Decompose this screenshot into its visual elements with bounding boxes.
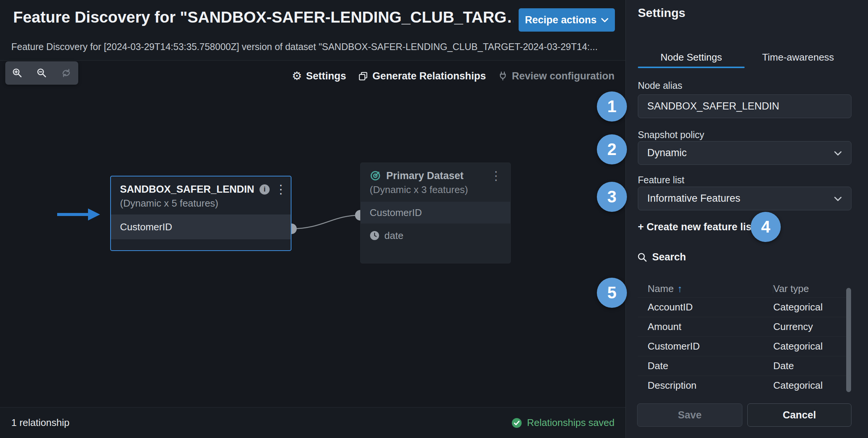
node-alias-label: Node alias — [638, 80, 851, 91]
primary-dataset-target-icon — [370, 170, 381, 181]
dataset-node-secondary[interactable]: SANDBOX_SAFER_LENDIN i ⋮ (Dynamic x 5 fe… — [110, 176, 291, 251]
page-title: Feature Discovery for "SANDBOX-SAFER-LEN… — [13, 8, 513, 26]
table-row[interactable]: CustomerID Categorical — [638, 336, 851, 356]
search-icon — [637, 252, 648, 263]
annotation-badge-5: 5 — [597, 278, 627, 308]
reset-layout-icon — [61, 67, 72, 79]
node-title: Primary Dataset — [386, 170, 464, 182]
generate-relationships-icon — [358, 71, 368, 81]
search-label: Search — [652, 251, 686, 263]
plug-icon — [498, 71, 508, 81]
feature-list-select[interactable]: Informative Features — [638, 187, 851, 210]
menu-item-settings[interactable]: ⚙ Settings — [292, 70, 346, 82]
menu-generate-label: Generate Relationships — [372, 70, 486, 82]
chevron-down-icon — [834, 196, 842, 201]
cancel-button[interactable]: Cancel — [747, 403, 851, 427]
table-row[interactable]: AccountID Categorical — [638, 297, 851, 317]
table-row[interactable]: Date Date — [638, 356, 851, 376]
settings-panel-title: Settings — [638, 6, 685, 20]
cell-var-type: Currency — [773, 321, 851, 333]
save-button[interactable]: Save — [637, 403, 742, 427]
create-feature-list-link[interactable]: + Create new feature list — [638, 221, 755, 233]
relationships-saved-status: Relationships saved — [511, 417, 615, 429]
tab-time-awareness[interactable]: Time-awareness — [745, 50, 851, 65]
cell-name: Description — [648, 380, 697, 391]
column-header-name[interactable]: Name ↑ — [638, 285, 773, 293]
cell-name: CustomerID — [648, 341, 700, 352]
active-tab-underline — [638, 67, 745, 68]
column-header-var-type[interactable]: Var type — [773, 283, 851, 295]
cell-name: Date — [648, 360, 668, 372]
recipe-actions-button[interactable]: Recipe actions — [519, 8, 615, 32]
canvas-menu: ⚙ Settings Generate Relationships Review… — [292, 69, 615, 83]
chevron-down-icon — [601, 17, 609, 23]
table-row[interactable]: Description Categorical — [638, 376, 851, 395]
node-feature-row[interactable]: date — [361, 224, 510, 248]
main-area: Feature Discovery for "SANDBOX-SAFER-LEN… — [0, 0, 625, 438]
canvas-zoom-toolbar — [5, 61, 78, 85]
cell-name: AccountID — [648, 301, 693, 313]
feature-list-label: Feature list — [638, 175, 851, 186]
node-subtitle: (Dynamic x 3 features) — [370, 184, 502, 196]
annotation-arrow-icon — [56, 206, 101, 223]
cell-var-type: Categorical — [773, 380, 851, 391]
node-feature-row[interactable]: CustomerID — [361, 202, 510, 224]
cell-var-type: Date — [773, 360, 851, 372]
dataset-node-primary[interactable]: Primary Dataset ⋮ (Dynamic x 3 features)… — [360, 163, 511, 263]
zoom-out-button[interactable] — [33, 64, 51, 82]
feature-name: CustomerID — [120, 221, 172, 233]
relationship-edge — [0, 0, 625, 438]
node-header: SANDBOX_SAFER_LENDIN i ⋮ (Dynamic x 5 fe… — [111, 176, 291, 209]
node-subtitle: (Dynamic x 5 features) — [120, 198, 282, 209]
info-icon[interactable]: i — [259, 184, 270, 195]
cell-var-type: Categorical — [773, 341, 851, 352]
edge-path[interactable] — [291, 215, 360, 229]
menu-settings-label: Settings — [306, 70, 346, 82]
settings-panel: Settings Node Settings Time-awareness No… — [625, 0, 868, 438]
relationships-saved-label: Relationships saved — [527, 417, 615, 429]
recipe-actions-label: Recipe actions — [525, 14, 597, 26]
check-circle-icon — [511, 417, 522, 429]
gear-icon: ⚙ — [292, 70, 302, 82]
feature-table-header: Name ↑ Var type — [638, 280, 851, 297]
snapshot-policy-value: Dynamic — [647, 147, 687, 159]
snapshot-policy-select[interactable]: Dynamic — [638, 141, 851, 165]
menu-review-label: Review configuration — [512, 70, 615, 82]
annotation-badge-3: 3 — [597, 182, 627, 212]
feature-table: Name ↑ Var type AccountID Categorical Am… — [638, 280, 851, 395]
annotation-badge-4: 4 — [751, 212, 781, 242]
canvas-statusbar: 1 relationship Relationships saved — [0, 407, 625, 438]
page-subtitle: Feature Discovery for [2024-03-29T14:53:… — [11, 41, 598, 52]
annotation-badge-2: 2 — [597, 134, 627, 164]
sort-ascending-icon: ↑ — [677, 283, 682, 295]
zoom-in-icon — [12, 67, 23, 79]
menu-item-review-configuration[interactable]: Review configuration — [498, 70, 615, 82]
node-alias-input[interactable] — [638, 94, 851, 118]
node-feature-row[interactable]: CustomerID — [111, 214, 291, 239]
page-header: Feature Discovery for "SANDBOX-SAFER-LEN… — [0, 0, 625, 61]
menu-item-generate-relationships[interactable]: Generate Relationships — [358, 70, 486, 82]
feature-list-value: Informative Features — [647, 193, 741, 204]
kebab-menu-icon[interactable]: ⋮ — [490, 170, 502, 182]
clock-icon — [370, 231, 379, 240]
feature-discovery-app: Feature Discovery for "SANDBOX-SAFER-LEN… — [0, 0, 868, 438]
feature-name: date — [384, 230, 404, 242]
relationship-count: 1 relationship — [11, 417, 70, 429]
cell-var-type: Categorical — [773, 301, 851, 313]
node-header: Primary Dataset ⋮ (Dynamic x 3 features) — [361, 163, 510, 196]
graph-canvas[interactable] — [0, 61, 625, 407]
feature-name: CustomerID — [370, 207, 422, 219]
node-title: SANDBOX_SAFER_LENDIN — [120, 184, 254, 195]
table-row[interactable]: Amount Currency — [638, 317, 851, 336]
kebab-menu-icon[interactable]: ⋮ — [275, 183, 287, 195]
search-toggle[interactable]: Search — [637, 251, 686, 263]
zoom-out-icon — [36, 67, 47, 79]
annotation-badge-1: 1 — [597, 91, 627, 122]
chevron-down-icon — [834, 151, 842, 156]
table-scrollbar[interactable] — [846, 288, 851, 392]
reset-layout-button[interactable] — [57, 64, 75, 82]
zoom-in-button[interactable] — [8, 64, 26, 82]
cell-name: Amount — [648, 321, 681, 333]
snapshot-policy-label: Snapshot policy — [638, 129, 851, 140]
tab-node-settings[interactable]: Node Settings — [638, 50, 745, 65]
